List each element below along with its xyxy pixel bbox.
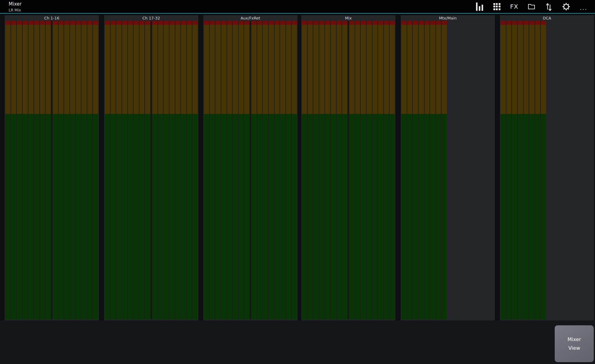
meter-upper [70,25,75,114]
meter-cap [313,21,319,25]
group-panel-mix[interactable]: Mix [301,15,395,320]
meter-upper [419,25,424,114]
meter-lower [87,114,93,319]
meter-cap [46,21,51,25]
swap-vertical-icon[interactable] [545,2,553,11]
channel-meter-strip [233,21,238,319]
channel-meter-strip [275,21,280,319]
channel-meter-strip [407,21,412,319]
channel-grid-icon[interactable] [493,2,501,11]
meter-lower [152,114,157,319]
channel-meter-strip [34,21,39,319]
meter-cap [93,21,98,25]
group-panel-ch-17-32[interactable]: Ch 17-32 [104,15,198,320]
meter-cap [11,21,16,25]
meter-upper [87,25,93,114]
meter-cap [128,21,133,25]
group-panel-dca[interactable]: DCA [500,15,594,320]
strip-block [401,21,447,319]
meter-cap [535,21,540,25]
meter-lower [145,114,150,319]
meter-cap [506,21,512,25]
meter-upper [239,25,244,114]
group-header-label: Mtx/Main [401,15,495,21]
meter-upper [390,25,395,114]
meter-upper [158,25,163,114]
channel-meter-strip [280,21,285,319]
strip-block [204,21,249,319]
channel-meter-strip [70,21,75,319]
meter-upper [251,25,257,114]
meter-cap [518,21,523,25]
toolbar-icon-row: FX [475,0,588,13]
fx-icon[interactable]: FX [510,2,518,11]
meter-cap [181,21,186,25]
meter-upper [331,25,336,114]
channel-meter-strip [40,21,45,319]
meter-upper [319,25,324,114]
meter-upper [355,25,360,114]
overflow-menu-icon[interactable]: ... [580,2,588,11]
meter-lower [105,114,110,319]
meter-lower [204,114,209,319]
settings-gear-icon[interactable] [562,2,570,11]
mixer-view-button[interactable]: Mixer View [555,325,594,362]
meter-upper [76,25,81,114]
meter-cap [407,21,412,25]
channel-meter-strip [204,21,209,319]
meter-lower [342,114,347,319]
meter-cap [23,21,28,25]
group-header-label: DCA [500,15,594,21]
meter-upper [292,25,297,114]
group-panel-mtx-main[interactable]: Mtx/Main [401,15,495,320]
meter-upper [413,25,418,114]
meter-lower [500,114,506,319]
meter-cap [355,21,360,25]
meter-upper [111,25,116,114]
meter-lower [210,114,215,319]
meter-lower [407,114,412,319]
folder-icon[interactable] [527,2,536,11]
meter-upper [29,25,34,114]
channel-meter-strip [500,21,506,319]
group-meters [302,21,395,319]
group-panel-ch-1-16[interactable]: Ch 1-16 [5,15,99,320]
meter-upper [286,25,291,114]
meter-cap [401,21,407,25]
meter-upper [263,25,268,114]
meter-cap [372,21,378,25]
channel-meter-strip [355,21,360,319]
meter-cap [134,21,139,25]
meter-lower [46,114,51,319]
meter-lower [524,114,529,319]
meter-upper [269,25,274,114]
meters-icon[interactable] [475,2,483,11]
channel-meter-strip [286,21,291,319]
meter-upper [535,25,540,114]
mixer-view-button-line2: View [568,345,580,351]
meter-lower [349,114,355,319]
strip-block [302,21,347,319]
meter-lower [128,114,133,319]
meter-upper [227,25,232,114]
channel-meter-strip [512,21,517,319]
meter-lower [215,114,221,319]
channel-meter-strip [134,21,139,319]
channel-meter-strip [342,21,347,319]
meter-lower [122,114,127,319]
meter-lower [269,114,274,319]
page-title: Mixer [9,1,22,7]
channel-meter-strip [349,21,355,319]
meter-upper [64,25,69,114]
meter-cap [59,21,64,25]
meter-cap [244,21,249,25]
meter-upper [122,25,127,114]
meter-cap [221,21,227,25]
meter-upper [145,25,150,114]
group-panel-aux-fxret[interactable]: Aux/FxRet [203,15,298,320]
meter-cap [500,21,506,25]
meter-cap [192,21,198,25]
meter-cap [251,21,257,25]
meter-lower [331,114,336,319]
meters-icon-glyph [476,2,483,11]
